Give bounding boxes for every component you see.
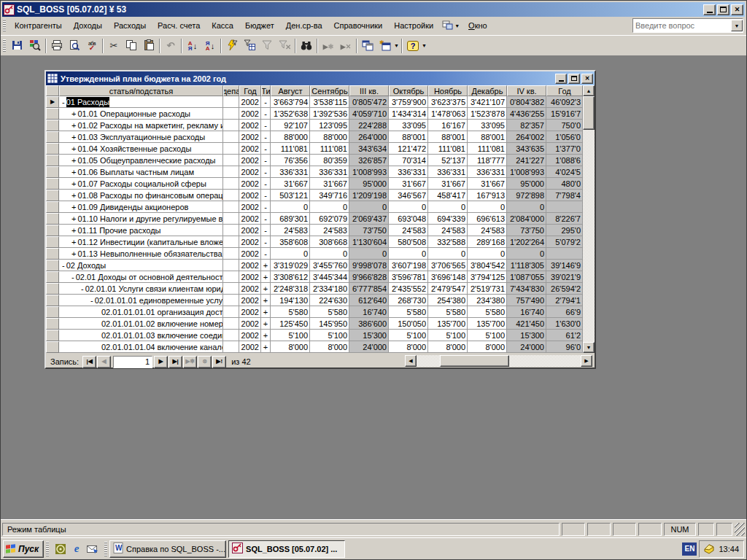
column-header-9[interactable]: Ноябрь — [428, 85, 468, 96]
value-cell[interactable]: 16'167 — [428, 120, 468, 131]
menubar-grip[interactable] — [3, 19, 6, 32]
task-button-0[interactable]: WСправка по SQL_BOSS -... — [109, 540, 226, 558]
type-cell[interactable]: - — [261, 178, 271, 190]
ask-question-input[interactable] — [633, 21, 731, 30]
value-cell[interactable]: 3'706'565 — [428, 260, 468, 271]
value-cell[interactable]: 5'079'2 — [546, 236, 583, 248]
row-selector[interactable] — [46, 341, 59, 353]
value-cell[interactable]: 693'048 — [389, 213, 428, 225]
type-cell[interactable]: - — [261, 236, 271, 248]
department-cell[interactable] — [223, 213, 239, 225]
scroll-down-icon[interactable]: ▼ — [583, 342, 595, 353]
value-cell[interactable]: 167'913 — [468, 190, 507, 201]
year-cell[interactable]: 2002 — [239, 306, 261, 318]
value-cell[interactable]: 0 — [310, 248, 349, 260]
value-cell[interactable]: 92'107 — [271, 120, 310, 131]
value-cell[interactable]: 0 — [389, 248, 428, 260]
prev-record-button[interactable]: ◀ — [97, 356, 111, 368]
table-row[interactable]: +01.08 Расходы по финансовым операци2002… — [46, 190, 583, 201]
type-cell[interactable]: - — [261, 120, 271, 131]
expand-indicator[interactable]: + — [71, 120, 76, 131]
value-cell[interactable]: 5'580 — [389, 306, 428, 318]
department-cell[interactable] — [223, 96, 239, 108]
column-header-8[interactable]: Октябрь — [389, 85, 428, 96]
value-cell[interactable]: 612'640 — [349, 295, 389, 306]
year-cell[interactable]: 2002 — [239, 201, 261, 213]
value-cell[interactable]: 2'794'1 — [546, 295, 583, 306]
copy-button[interactable] — [123, 37, 140, 54]
value-cell[interactable]: 123'095 — [310, 120, 349, 131]
article-cell[interactable]: +01.04 Хозяйственные расходы — [59, 143, 223, 155]
undo-button[interactable]: ↶ — [162, 37, 179, 54]
value-cell[interactable]: 336'331 — [389, 166, 428, 178]
value-cell[interactable]: 31'667 — [468, 178, 507, 190]
value-cell[interactable]: 1'377'0 — [546, 143, 583, 155]
row-selector[interactable] — [46, 213, 59, 225]
language-indicator[interactable]: EN — [682, 542, 697, 556]
article-cell[interactable]: +01.06 Выплаты частным лицам — [59, 166, 223, 178]
value-cell[interactable]: 5'100 — [468, 330, 507, 341]
close-button[interactable]: ✕ — [731, 4, 743, 15]
year-cell[interactable]: 2002 — [239, 178, 261, 190]
value-cell[interactable]: 336'331 — [468, 166, 507, 178]
sort-asc-button[interactable]: АЯ↓ — [184, 37, 201, 54]
row-selector[interactable] — [46, 190, 59, 201]
value-cell[interactable]: 503'121 — [271, 190, 310, 201]
year-cell[interactable]: 2002 — [239, 131, 261, 143]
value-cell[interactable]: 268'730 — [389, 295, 428, 306]
expand-indicator[interactable]: - — [62, 97, 65, 107]
value-cell[interactable]: 332'588 — [428, 236, 468, 248]
menu-item-7[interactable]: Справочники — [328, 19, 389, 32]
table-row[interactable]: +01.07 Расходы социальной сферы2002-31'6… — [46, 178, 583, 190]
table-row[interactable]: 02.01.01.01.02 включение номера2002+125'… — [46, 318, 583, 330]
value-cell[interactable]: 95'000 — [349, 178, 389, 190]
value-cell[interactable]: 580'508 — [389, 236, 428, 248]
table-row[interactable]: +01.01 Операционные расходы2002-1'352'63… — [46, 108, 583, 120]
table-row[interactable]: -02.01 Доходы от основной деятельности20… — [46, 271, 583, 283]
article-cell[interactable]: 02.01.01.01.04 включение каналов — [59, 341, 223, 353]
year-cell[interactable]: 2002 — [239, 318, 261, 330]
value-cell[interactable]: 9'966'828 — [349, 271, 389, 283]
channel-icon[interactable] — [54, 542, 67, 556]
type-cell[interactable]: + — [261, 330, 271, 341]
value-cell[interactable]: 0 — [468, 201, 507, 213]
value-cell[interactable]: 1'630'0 — [546, 318, 583, 330]
value-cell[interactable]: 480'0 — [546, 178, 583, 190]
value-cell[interactable]: 972'898 — [507, 190, 546, 201]
value-cell[interactable]: 70'314 — [389, 155, 428, 166]
row-selector[interactable] — [46, 236, 59, 248]
row-selector[interactable] — [46, 271, 59, 283]
department-cell[interactable] — [223, 271, 239, 283]
article-cell[interactable]: -02.01 Доходы от основной деятельности — [59, 271, 223, 283]
expand-indicator[interactable]: + — [71, 109, 76, 119]
value-cell[interactable]: 111'081 — [428, 143, 468, 155]
type-cell[interactable]: - — [261, 190, 271, 201]
table-row[interactable]: 02.01.01.01.01 организация досту2002+5'5… — [46, 306, 583, 318]
value-cell[interactable]: 224'288 — [349, 120, 389, 131]
value-cell[interactable]: 3'623'375 — [428, 96, 468, 108]
value-cell[interactable]: 3'696'148 — [428, 271, 468, 283]
type-cell[interactable]: + — [261, 318, 271, 330]
value-cell[interactable]: 1'209'198 — [349, 190, 389, 201]
value-cell[interactable]: 118'777 — [468, 155, 507, 166]
value-cell[interactable]: 1'523'878 — [468, 108, 507, 120]
value-cell[interactable]: 750'0 — [546, 120, 583, 131]
chevron-down-icon[interactable]: ▼ — [731, 20, 743, 31]
value-cell[interactable]: 1'392'536 — [310, 108, 349, 120]
value-cell[interactable]: 31'667 — [310, 178, 349, 190]
type-cell[interactable]: - — [261, 225, 271, 236]
value-cell[interactable]: 95'000 — [507, 178, 546, 190]
row-selector[interactable] — [46, 248, 59, 260]
value-cell[interactable]: 26'594'2 — [546, 283, 583, 295]
value-cell[interactable]: 88'000 — [310, 131, 349, 143]
cut-button[interactable]: ✂ — [105, 37, 123, 54]
value-cell[interactable]: 234'380 — [468, 295, 507, 306]
expand-indicator[interactable]: + — [71, 225, 76, 236]
value-cell[interactable]: 346'567 — [389, 190, 428, 201]
value-cell[interactable]: 0 — [271, 248, 310, 260]
row-selector[interactable] — [46, 306, 59, 318]
scroll-up-icon[interactable]: ▲ — [583, 85, 595, 96]
value-cell[interactable]: 3'663'794 — [271, 96, 310, 108]
value-cell[interactable]: 0 — [507, 201, 546, 213]
value-cell[interactable]: 31'667 — [271, 178, 310, 190]
